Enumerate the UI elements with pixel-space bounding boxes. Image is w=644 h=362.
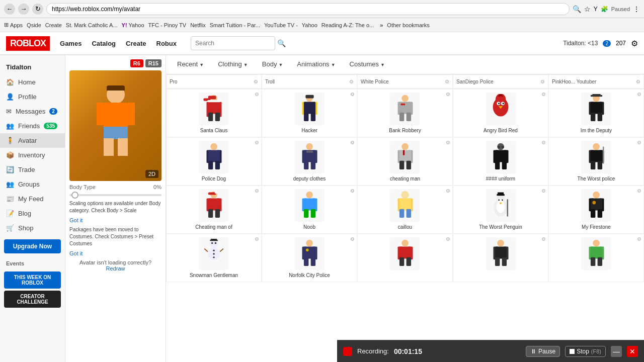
scrolled-cell-pro[interactable]: Pro ⚙: [166, 74, 262, 88]
costume-cheating-man[interactable]: cheating man ⚙: [357, 137, 453, 186]
bookmark-netflix[interactable]: Netflix: [190, 22, 206, 28]
settings-icon[interactable]: ⚙: [349, 79, 354, 84]
settings-icon[interactable]: ⚙: [350, 140, 355, 145]
sidebar-item-home[interactable]: 🏠 Home: [0, 75, 65, 89]
settings-icon[interactable]: ⚙: [541, 92, 546, 97]
sidebar-item-avatar[interactable]: 🧍 Avatar: [0, 133, 65, 148]
search-input[interactable]: [191, 36, 275, 50]
settings-icon[interactable]: ⚙: [350, 236, 355, 242]
bookmark-tfc[interactable]: TFC - Pinoy TV: [148, 22, 187, 28]
minimize-button[interactable]: —: [611, 346, 622, 357]
sidebar-item-myfeed[interactable]: 📰 My Feed: [0, 192, 65, 206]
bookmark-stmark[interactable]: St. Mark Catholic A...: [66, 22, 118, 28]
costume-noob[interactable]: Noob ⚙: [262, 186, 357, 234]
settings-icon[interactable]: ⚙: [540, 79, 545, 84]
costume-hacker[interactable]: Hacker ⚙: [262, 89, 357, 137]
sidebar-item-inventory[interactable]: 📦 Inventory: [0, 148, 65, 162]
nav-catalog[interactable]: Catalog: [92, 38, 116, 49]
sidebar-item-profile[interactable]: 👤 Profile: [0, 89, 65, 104]
settings-icon[interactable]: ⚙: [637, 236, 641, 242]
settings-icon[interactable]: ⚙: [446, 236, 450, 242]
settings-icon[interactable]: ⚙: [637, 92, 641, 97]
bookmark-yahoo2[interactable]: Yahoo: [302, 22, 317, 28]
sidebar-item-blog[interactable]: 📝 Blog: [0, 206, 65, 221]
costume-norfolk-police[interactable]: Norfolk City Police ⚙: [262, 234, 357, 282]
sidebar-item-friends[interactable]: 👥 Friends 535: [0, 119, 65, 133]
sidebar-item-groups[interactable]: 👥 Groups: [0, 177, 65, 192]
bookmark-qside[interactable]: Qside: [27, 22, 41, 28]
tab-clothing[interactable]: Clothing▼: [211, 55, 255, 74]
costume-hash-uniform[interactable]: #### uniform ⚙: [453, 137, 548, 186]
costume-deputy-clothes[interactable]: deputy clothes ⚙: [262, 137, 357, 186]
redraw-link[interactable]: Redraw: [106, 265, 125, 272]
settings-icon[interactable]: ⚙: [541, 188, 546, 194]
scrolled-cell-white-police[interactable]: White Police ⚙: [357, 74, 453, 88]
sidebar-item-messages[interactable]: ✉ Messages 2: [0, 104, 65, 119]
costume-angry-bird[interactable]: Angry Bird Red ⚙: [453, 89, 548, 137]
settings-icon[interactable]: ⚙: [446, 188, 450, 194]
bookmark-youtubetv[interactable]: YouTube TV -: [264, 22, 298, 28]
sidebar-item-shop[interactable]: 🛒 Shop: [0, 221, 65, 235]
settings-icon[interactable]: ⚙: [255, 92, 259, 97]
bookmark-create[interactable]: Create: [45, 22, 62, 28]
bookmark-other[interactable]: Other bookmarks: [387, 22, 429, 28]
bookmark-smarttuition[interactable]: Smart Tuition - Par...: [210, 22, 260, 28]
robux-amount[interactable]: 207: [616, 40, 626, 47]
costume-worst-police[interactable]: The Worst police ⚙: [548, 137, 644, 186]
nav-robux[interactable]: Robux: [156, 38, 177, 49]
settings-icon[interactable]: ⚙: [350, 92, 355, 97]
settings-icon[interactable]: ⚙: [637, 188, 641, 194]
bookmark-apps[interactable]: ⊞ Apps: [4, 22, 23, 28]
sidebar-item-trade[interactable]: 🔄 Trade: [0, 162, 65, 177]
settings-icon[interactable]: ⚙: [350, 188, 355, 194]
forward-button[interactable]: →: [18, 4, 29, 15]
settings-icon[interactable]: ⚙: [255, 140, 259, 145]
2d-button[interactable]: 2D: [145, 170, 158, 178]
slider-thumb[interactable]: [71, 192, 78, 199]
costume-deputy[interactable]: Im the Deputy ⚙: [548, 89, 644, 137]
tab-animations[interactable]: Animations▼: [290, 55, 342, 74]
event-creator-challenge[interactable]: CREATOR CHALLENGE: [4, 291, 61, 308]
costume-police-dog[interactable]: Police Dog ⚙: [166, 137, 262, 186]
menu-icon[interactable]: ⋮: [633, 5, 640, 13]
r15-badge[interactable]: R15: [145, 59, 162, 67]
stop-button[interactable]: Stop (F8): [565, 346, 606, 357]
settings-icon[interactable]: ⚙: [446, 92, 450, 97]
settings-icon[interactable]: ⚙: [541, 140, 546, 145]
user-label[interactable]: Tidalton: <13: [563, 40, 598, 47]
bookmark-readinga2z[interactable]: Reading A-Z: The o...: [321, 22, 374, 28]
costume-row4-4[interactable]: ⚙: [453, 234, 548, 282]
tab-body[interactable]: Body▼: [255, 55, 290, 74]
costume-caillou[interactable]: caillou ⚙: [357, 186, 453, 234]
roblox-logo[interactable]: ROBLOX: [6, 36, 50, 51]
settings-icon[interactable]: ⚙: [255, 188, 259, 194]
back-button[interactable]: ←: [4, 4, 15, 15]
nav-games[interactable]: Games: [60, 38, 82, 49]
settings-icon[interactable]: ⚙: [255, 236, 259, 242]
bookmark-yahoo1[interactable]: Y! Yahoo: [122, 22, 144, 28]
settings-icon[interactable]: ⚙: [636, 79, 640, 84]
scrolled-cell-troll[interactable]: Troll ⚙: [262, 74, 357, 88]
event-this-week[interactable]: THIS WEEK ON ROBLOX: [4, 272, 61, 289]
costume-firestone[interactable]: My Firestone ⚙: [548, 186, 644, 234]
got-it-1[interactable]: Got it: [69, 217, 162, 223]
costume-bank-robbery[interactable]: Bank Robbery ⚙: [357, 89, 453, 137]
tab-costumes[interactable]: Costumes▼: [343, 55, 392, 74]
r6-badge[interactable]: R6: [130, 59, 143, 67]
costume-cheating-man-of[interactable]: Cheating man of ⚙: [166, 186, 262, 234]
close-button[interactable]: ✕: [627, 346, 638, 357]
search-icon[interactable]: 🔍: [277, 39, 286, 47]
settings-icon[interactable]: ⚙: [254, 79, 258, 84]
upgrade-button[interactable]: Upgrade Now: [4, 239, 61, 253]
body-type-slider[interactable]: [69, 194, 162, 196]
settings-icon[interactable]: ⚙: [541, 236, 546, 242]
nav-create[interactable]: Create: [126, 38, 146, 49]
costume-snowman[interactable]: Snowman Gentleman ⚙: [166, 234, 262, 282]
tab-recent[interactable]: Recent▼: [170, 55, 211, 74]
settings-icon[interactable]: ⚙: [637, 140, 641, 145]
settings-icon[interactable]: ⚙: [631, 39, 638, 48]
settings-icon[interactable]: ⚙: [446, 140, 450, 145]
pause-button[interactable]: ⏸ Pause: [526, 346, 560, 357]
url-bar[interactable]: [46, 3, 570, 15]
refresh-button[interactable]: ↻: [32, 4, 43, 15]
